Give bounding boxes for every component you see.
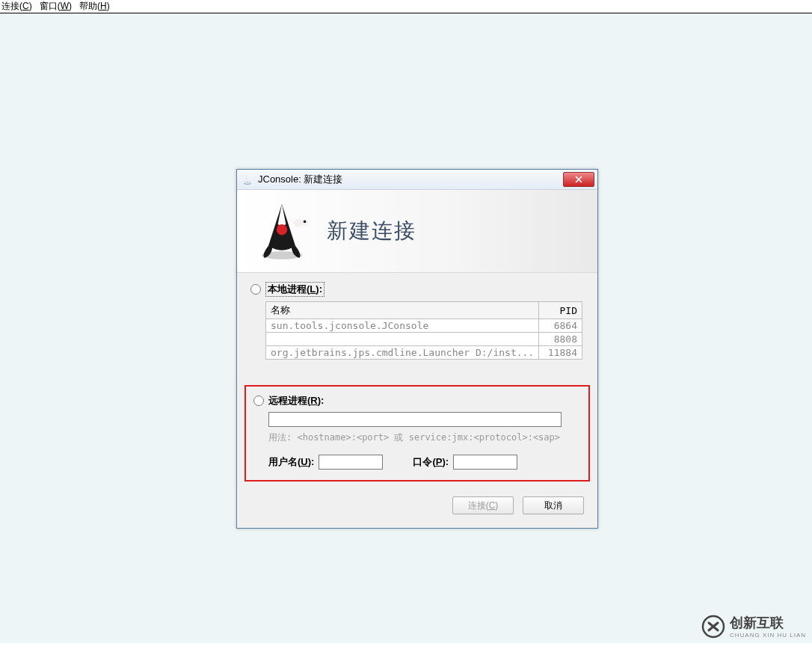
java-icon (242, 173, 253, 185)
table-row[interactable]: sun.tools.jconsole.JConsole 6864 (266, 319, 582, 333)
local-process-label: 本地进程(L): (265, 282, 325, 297)
local-process-radio[interactable] (250, 284, 261, 295)
table-row[interactable]: 8808 (266, 333, 582, 346)
remote-process-section: 远程进程(R): 用法: <hostname>:<port> 或 service… (244, 385, 590, 482)
duke-mascot-icon (237, 190, 327, 272)
credentials-row: 用户名(U): 口令(P): (268, 455, 581, 470)
brand-sub: CHUANG XIN HU LIAN (730, 632, 806, 639)
close-button[interactable] (563, 172, 594, 187)
remote-process-label: 远程进程(R): (268, 394, 324, 407)
cancel-button[interactable]: 取消 (523, 496, 584, 514)
local-process-table[interactable]: 名称 PID sun.tools.jconsole.JConsole 6864 … (265, 301, 582, 360)
svg-point-1 (277, 224, 287, 235)
dialog-button-row: 连接(C) 取消 (237, 489, 597, 528)
menu-help[interactable]: 帮助(H) (79, 0, 110, 13)
remote-process-radio[interactable] (253, 396, 264, 406)
menu-window[interactable]: 窗口(W) (40, 0, 72, 13)
workspace: JConsole: 新建连接 (0, 13, 812, 643)
cell-pid: 6864 (539, 319, 582, 333)
username-label: 用户名(U): (268, 455, 314, 469)
brand-logo-icon (701, 615, 725, 639)
cell-name: org.jetbrains.jps.cmdline.Launcher D:/in… (266, 346, 539, 360)
menu-connect[interactable]: 连接(C) (1, 0, 32, 13)
remote-address-input[interactable] (268, 412, 562, 427)
cell-name: sun.tools.jconsole.JConsole (266, 319, 539, 333)
cell-pid: 8808 (539, 333, 582, 346)
svg-point-2 (304, 221, 307, 224)
dialog-title-bar[interactable]: JConsole: 新建连接 (237, 170, 597, 190)
cell-pid: 11884 (539, 346, 582, 360)
table-header-row: 名称 PID (266, 302, 582, 319)
dialog-body: 新建连接 本地进程(L): 名称 PID (237, 190, 597, 528)
brand-watermark: 创新互联 CHUANG XIN HU LIAN (701, 614, 806, 639)
remote-usage-hint: 用法: <hostname>:<port> 或 service:jmx:<pro… (268, 431, 581, 444)
local-process-radio-row[interactable]: 本地进程(L): (250, 282, 584, 297)
remote-process-radio-row[interactable]: 远程进程(R): (253, 394, 581, 407)
table-row[interactable]: org.jetbrains.jps.cmdline.Launcher D:/in… (266, 346, 582, 360)
dialog-title: JConsole: 新建连接 (258, 173, 563, 186)
dialog-heading: 新建连接 (327, 217, 416, 245)
cell-name (266, 333, 539, 346)
new-connection-dialog: JConsole: 新建连接 (236, 169, 598, 529)
password-label: 口令(P): (413, 455, 449, 469)
col-name[interactable]: 名称 (266, 302, 539, 319)
dialog-banner: 新建连接 (237, 190, 597, 273)
brand-name: 创新互联 (730, 615, 784, 630)
local-process-section: 本地进程(L): 名称 PID sun.tools.jconsole.JCons… (237, 273, 597, 364)
menu-bar: 连接(C) 窗口(W) 帮助(H) (0, 0, 812, 13)
password-input[interactable] (453, 455, 517, 470)
col-pid[interactable]: PID (539, 302, 582, 319)
username-input[interactable] (319, 455, 383, 470)
connect-button[interactable]: 连接(C) (452, 496, 514, 514)
